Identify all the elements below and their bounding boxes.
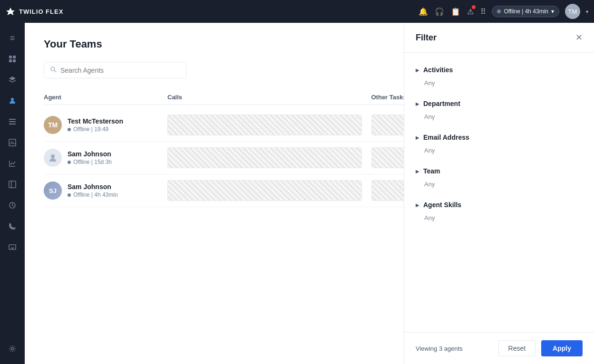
- svg-point-17: [11, 348, 14, 350]
- calls-cell: [167, 180, 362, 201]
- sidebar-item-users[interactable]: [3, 91, 22, 110]
- brand-icon: [6, 7, 15, 16]
- filter-label-email: Email Address: [423, 134, 469, 141]
- agent-status: Offline | 15d 3h: [68, 159, 112, 165]
- avatar: [44, 149, 62, 167]
- clipboard-icon[interactable]: 📋: [451, 7, 460, 16]
- footer-buttons: Reset Apply: [498, 340, 583, 356]
- status-pill[interactable]: Offline | 4h 43min ▾: [492, 6, 559, 17]
- avatar: SJ: [44, 182, 62, 200]
- filter-panel: Filter ✕ ▶ Activities Any ▶ Department A…: [404, 23, 594, 364]
- filter-footer: Viewing 3 agents Reset Apply: [404, 332, 594, 364]
- topbar-icons: 🔔 🎧 📋 ⚠ ⠿: [419, 7, 486, 16]
- filter-section-email-header[interactable]: ▶ Email Address: [416, 128, 583, 147]
- svg-line-19: [55, 71, 57, 73]
- filter-section-activities: ▶ Activities Any: [416, 60, 583, 90]
- calls-cell: [167, 147, 362, 168]
- search-box[interactable]: [44, 62, 186, 78]
- viewing-count: Viewing 3 agents: [416, 345, 463, 352]
- sidebar-item-report[interactable]: [3, 133, 22, 152]
- col-calls: Calls: [167, 94, 371, 101]
- agent-info: TM Test McTesterson Offline | 19:49: [44, 116, 167, 134]
- filter-label-skills: Agent Skills: [423, 201, 461, 209]
- filter-section-department-header[interactable]: ▶ Department: [416, 94, 583, 113]
- sidebar: ≡: [0, 23, 25, 364]
- status-text: Offline | 19:49: [73, 126, 108, 133]
- sidebar-item-settings[interactable]: [3, 339, 22, 358]
- filter-label-activities: Activities: [423, 66, 453, 74]
- sidebar-item-panel[interactable]: [3, 175, 22, 194]
- agent-name: Sam Johnson: [68, 150, 112, 158]
- svg-point-18: [51, 67, 55, 71]
- status-text: Offline | 15d 3h: [73, 159, 112, 165]
- agent-info: Sam Johnson Offline | 15d 3h: [44, 149, 167, 167]
- filter-label-department: Department: [423, 100, 460, 107]
- svg-rect-2: [9, 59, 12, 62]
- chevron-right-icon: ▶: [416, 135, 419, 140]
- sidebar-item-phone[interactable]: [3, 217, 22, 236]
- sidebar-item-analytics[interactable]: [3, 154, 22, 173]
- agent-details: Sam Johnson Offline | 15d 3h: [68, 150, 112, 165]
- svg-point-4: [11, 98, 14, 101]
- agent-name: Test McTesterson: [68, 117, 123, 125]
- filter-close-button[interactable]: ✕: [575, 32, 583, 43]
- svg-rect-8: [9, 139, 16, 146]
- col-agent: Agent: [44, 94, 167, 101]
- apps-icon[interactable]: ⠿: [480, 7, 486, 16]
- agent-details: Sam Johnson Offline | 4h 43min: [68, 183, 118, 198]
- filter-section-skills: ▶ Agent Skills Any: [416, 195, 583, 225]
- svg-rect-12: [9, 245, 16, 249]
- status-label: Offline | 4h 43min: [504, 8, 548, 15]
- filter-section-department: ▶ Department Any: [416, 94, 583, 124]
- sidebar-item-grid[interactable]: [3, 49, 22, 68]
- apply-button[interactable]: Apply: [541, 340, 583, 356]
- calls-cell: [167, 115, 362, 135]
- filter-section-skills-header[interactable]: ▶ Agent Skills: [416, 195, 583, 214]
- filter-value-activities: Any: [416, 79, 583, 90]
- filter-section-email: ▶ Email Address Any: [416, 128, 583, 158]
- filter-value-department: Any: [416, 113, 583, 124]
- agent-info: SJ Sam Johnson Offline | 4h 43min: [44, 182, 167, 200]
- chevron-right-icon: ▶: [416, 101, 419, 106]
- filter-section-team: ▶ Team Any: [416, 162, 583, 192]
- chevron-right-icon: ▶: [416, 169, 419, 174]
- svg-rect-9: [9, 181, 16, 188]
- sidebar-item-layers[interactable]: [3, 70, 22, 89]
- agent-status: Offline | 4h 43min: [68, 192, 118, 198]
- status-dot: [68, 161, 71, 164]
- sidebar-item-list[interactable]: [3, 112, 22, 131]
- svg-rect-5: [9, 119, 16, 120]
- chevron-right-icon: ▶: [416, 202, 419, 208]
- svg-rect-1: [13, 56, 16, 58]
- status-dot: [497, 10, 501, 13]
- status-chevron: ▾: [551, 8, 554, 15]
- reset-button[interactable]: Reset: [498, 340, 536, 356]
- search-input[interactable]: [60, 67, 180, 74]
- avatar-chevron[interactable]: ▾: [586, 9, 588, 14]
- filter-section-team-header[interactable]: ▶ Team: [416, 162, 583, 181]
- search-icon: [50, 66, 57, 74]
- svg-rect-6: [9, 121, 16, 122]
- svg-point-20: [51, 154, 55, 158]
- filter-section-activities-header[interactable]: ▶ Activities: [416, 60, 583, 79]
- user-avatar[interactable]: TM: [565, 4, 580, 19]
- headset-icon[interactable]: 🎧: [435, 7, 444, 16]
- sidebar-item-clock[interactable]: [3, 196, 22, 215]
- chevron-right-icon: ▶: [416, 67, 419, 73]
- brand-name: TWILIO FLEX: [19, 8, 63, 15]
- filter-title: Filter: [416, 33, 437, 43]
- sidebar-item-keyboard[interactable]: [3, 238, 22, 257]
- agent-details: Test McTesterson Offline | 19:49: [68, 117, 123, 133]
- alert-badge: [472, 5, 476, 9]
- alert-icon[interactable]: ⚠: [467, 7, 474, 16]
- filter-label-team: Team: [423, 167, 440, 175]
- notifications-icon[interactable]: 🔔: [419, 7, 428, 16]
- agent-status: Offline | 19:49: [68, 126, 123, 133]
- agent-name: Sam Johnson: [68, 183, 118, 191]
- sidebar-item-menu[interactable]: ≡: [3, 29, 22, 48]
- svg-rect-7: [9, 124, 16, 125]
- avatar: TM: [44, 116, 62, 134]
- status-dot: [68, 193, 71, 197]
- filter-value-email: Any: [416, 147, 583, 158]
- status-text: Offline | 4h 43min: [73, 192, 118, 198]
